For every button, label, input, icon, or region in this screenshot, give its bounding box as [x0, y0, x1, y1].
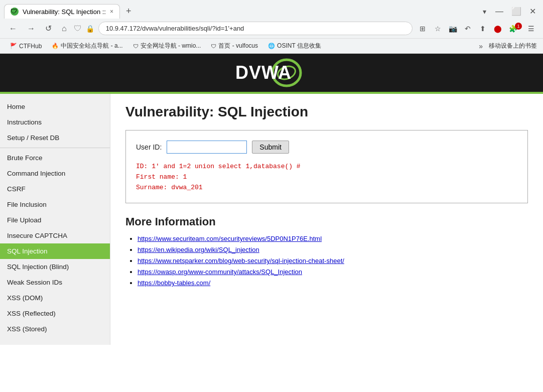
sidebar: Home Instructions Setup / Reset DB Brute…	[0, 94, 110, 345]
firefox-icon[interactable]: ⬤	[492, 23, 504, 35]
bookmark-vulfocus-icon: 🛡	[211, 43, 216, 49]
sidebar-item-setup[interactable]: Setup / Reset DB	[0, 130, 110, 146]
dvwa-header: DVWA	[0, 54, 543, 94]
tab-bar: 🛡 Vulnerability: SQL Injection :: × + ▾ …	[0, 0, 543, 19]
refresh-button[interactable]: ↺	[42, 22, 55, 35]
sidebar-item-csrf[interactable]: CSRF	[0, 181, 110, 197]
link-owasp[interactable]: https://owasp.org/www-community/attacks/…	[138, 268, 302, 276]
bookmark-osint-icon: 🌐	[268, 43, 275, 49]
dvwa-logo-svg: DVWA	[231, 58, 312, 88]
extension-icon-wrapper: 🧩 1	[507, 23, 522, 35]
bookmark-china-sec-label: 中国安全站点导航 - a...	[61, 42, 122, 50]
browser-tab[interactable]: 🛡 Vulnerability: SQL Injection :: ×	[4, 4, 120, 19]
main-content: Vulnerability: SQL Injection User ID: Su…	[110, 94, 543, 345]
sidebar-item-file-upload[interactable]: File Upload	[0, 212, 110, 228]
user-id-input[interactable]	[167, 141, 247, 154]
restore-button[interactable]: ⬜	[508, 5, 524, 18]
address-bar: ← → ↺ ⌂ 🛡 🔒 ⊞ ☆ 📷 ↶ ⬆ ⬤ 🧩 1 ☰	[0, 19, 543, 38]
sidebar-item-file-inclusion[interactable]: File Inclusion	[0, 197, 110, 212]
sidebar-item-home[interactable]: Home	[0, 99, 110, 114]
bookmarks-more-button[interactable]: »	[479, 42, 483, 50]
bookmark-safe-nav-label: 安全网址导航 - wmio...	[141, 42, 201, 50]
browser-chrome: 🛡 Vulnerability: SQL Injection :: × + ▾ …	[0, 0, 543, 54]
translate-icon[interactable]: ⊞	[417, 23, 429, 35]
more-info-title: More Information	[125, 215, 528, 228]
bookmark-ctfhub[interactable]: 🚩 CTFHub	[6, 42, 46, 51]
list-item: https://owasp.org/www-community/attacks/…	[138, 268, 528, 276]
dvwa-logo: DVWA	[231, 58, 312, 88]
screenshot-icon[interactable]: 📷	[447, 23, 459, 35]
link-securiteam[interactable]: https://www.securiteam.com/securityrevie…	[138, 235, 322, 242]
bookmark-vulfocus[interactable]: 🛡 首页 - vulfocus	[207, 41, 262, 51]
list-item: https://bobby-tables.com/	[138, 279, 528, 287]
bookmark-china-sec-icon: 🔥	[52, 43, 59, 49]
sidebar-item-insecure-captcha[interactable]: Insecure CAPTCHA	[0, 228, 110, 243]
user-id-label: User ID:	[136, 143, 162, 151]
bookmarks-bar: 🚩 CTFHub 🔥 中国安全站点导航 - a... 🛡 安全网址导航 - wm…	[0, 38, 543, 53]
bookmark-ctfhub-label: CTFHub	[19, 43, 42, 50]
sidebar-item-sql-injection[interactable]: SQL Injection	[0, 243, 110, 259]
bookmark-star-icon[interactable]: ☆	[432, 23, 444, 35]
back-button[interactable]: ←	[6, 22, 20, 35]
result-line3: Surname: dvwa_201	[136, 183, 517, 193]
tab-close-button[interactable]: ×	[110, 8, 113, 15]
sidebar-item-brute-force[interactable]: Brute Force	[0, 150, 110, 166]
sidebar-item-xss-dom[interactable]: XSS (DOM)	[0, 290, 110, 306]
home-button[interactable]: ⌂	[59, 22, 70, 35]
tab-favicon: 🛡	[11, 8, 19, 16]
submit-button[interactable]: Submit	[252, 141, 289, 154]
result-line1: ID: 1' and 1=2 union select 1,database()…	[136, 162, 517, 172]
bookmarks-mobile-label[interactable]: 移动设备上的书签	[489, 42, 537, 50]
sidebar-item-weak-session-ids[interactable]: Weak Session IDs	[0, 275, 110, 290]
menu-icon[interactable]: ☰	[525, 23, 537, 35]
bookmark-ctfhub-icon: 🚩	[10, 43, 17, 49]
sidebar-item-xss-stored[interactable]: XSS (Stored)	[0, 321, 110, 337]
close-window-button[interactable]: ✕	[526, 5, 539, 18]
forward-button[interactable]: →	[24, 22, 38, 35]
sidebar-item-xss-reflected[interactable]: XSS (Reflected)	[0, 306, 110, 321]
address-input[interactable]	[98, 22, 413, 35]
share-icon[interactable]: ⬆	[477, 23, 489, 35]
more-info-links: https://www.securiteam.com/securityrevie…	[125, 234, 528, 287]
sidebar-divider-1	[0, 148, 110, 148]
bookmark-safe-nav[interactable]: 🛡 安全网址导航 - wmio...	[129, 41, 205, 51]
minimize-button[interactable]: —	[492, 5, 506, 18]
bookmark-safe-nav-icon: 🛡	[133, 43, 139, 49]
tab-menu-button[interactable]: ▾	[479, 6, 490, 18]
extension-badge: 1	[515, 23, 522, 30]
query-box: User ID: Submit ID: 1' and 1=2 union sel…	[125, 130, 528, 203]
toolbar-icons: ⊞ ☆ 📷 ↶ ⬆ ⬤ 🧩 1 ☰	[417, 23, 537, 35]
sidebar-item-instructions[interactable]: Instructions	[0, 114, 110, 130]
link-netsparker[interactable]: https://www.netsparker.com/blog/web-secu…	[138, 257, 344, 265]
page-title: Vulnerability: SQL Injection	[125, 104, 528, 120]
svg-text:DVWA: DVWA	[235, 62, 292, 83]
tab-title: Vulnerability: SQL Injection ::	[23, 8, 106, 16]
cert-icon: 🔒	[86, 25, 94, 33]
security-icon: 🛡	[74, 24, 82, 33]
bookmark-china-sec[interactable]: 🔥 中国安全站点导航 - a...	[48, 41, 126, 51]
link-bobby-tables[interactable]: https://bobby-tables.com/	[138, 279, 210, 287]
result-line2: First name: 1	[136, 172, 517, 183]
back2-icon[interactable]: ↶	[462, 23, 474, 35]
new-tab-button[interactable]: +	[122, 4, 135, 19]
list-item: https://www.securiteam.com/securityrevie…	[138, 234, 528, 242]
bookmark-vulfocus-label: 首页 - vulfocus	[218, 42, 258, 50]
list-item: https://en.wikipedia.org/wiki/SQL_inject…	[138, 245, 528, 253]
bookmark-osint-label: OSINT 信息收集	[277, 42, 321, 50]
dvwa-body: Home Instructions Setup / Reset DB Brute…	[0, 94, 543, 345]
sidebar-item-command-injection[interactable]: Command Injection	[0, 166, 110, 181]
query-result: ID: 1' and 1=2 union select 1,database()…	[136, 162, 517, 193]
sidebar-item-sql-injection-blind[interactable]: SQL Injection (Blind)	[0, 259, 110, 275]
bookmark-osint[interactable]: 🌐 OSINT 信息收集	[264, 41, 325, 51]
list-item: https://www.netsparker.com/blog/web-secu…	[138, 256, 528, 265]
link-wikipedia[interactable]: https://en.wikipedia.org/wiki/SQL_inject…	[138, 246, 259, 253]
form-row: User ID: Submit	[136, 141, 517, 154]
